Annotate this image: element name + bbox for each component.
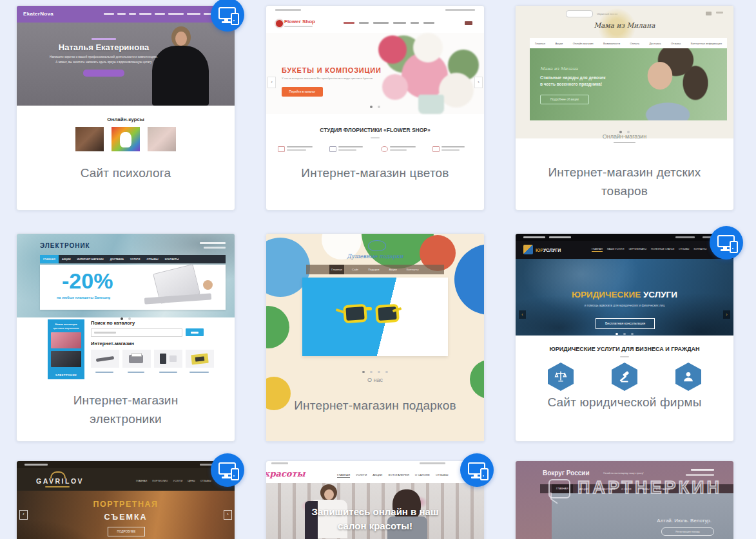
about-title: О нас <box>266 377 484 383</box>
search-input <box>91 328 182 337</box>
side-banner: Новая коллекция цветных наушников ЭЛЕКТР… <box>48 319 84 379</box>
preview-navbar: EkaterNova <box>17 6 235 23</box>
hero-script: Мама из Милана <box>540 66 578 71</box>
preview-logo: ЮРУСЛУГИ <box>536 248 561 252</box>
preview-logo: EkaterNova <box>23 11 53 17</box>
law-logo-icon <box>523 245 533 254</box>
catalog-button: Перейти в каталог <box>282 87 323 97</box>
hero-title: Наталья Екатеринова <box>30 43 178 52</box>
preview-header: ЮРУСЛУГИ ГЛАВНАЯ НАШИ УСЛУГИСЕРТИФИКАТЫП… <box>516 241 733 259</box>
course-thumb-3 <box>148 127 176 151</box>
template-caption: Сайт юридической фирмы <box>516 393 733 411</box>
hero-line-1: Запишитесь онлайн в наш <box>266 506 484 517</box>
search-title: Поиск по каталогу <box>91 320 135 326</box>
feature-item <box>381 145 426 154</box>
responsive-badge <box>211 453 244 487</box>
product-thumb-printer <box>122 350 151 368</box>
slider-dots <box>266 364 484 375</box>
template-caption: Интернет-магазин подарков <box>266 396 484 415</box>
details-button: ПОДРОБНЕЕ <box>108 527 145 536</box>
cart-icon <box>706 12 712 15</box>
preview-logo: ЭЛЕКТРОНИК <box>40 242 90 249</box>
template-card-electronics[interactable]: ЭЛЕКТРОНИК ГЛАВНАЯАКЦИИИНТЕРНЕТ-МАГАЗИНД… <box>16 233 235 442</box>
promo-banner: -20% на любые планшеты Samsung <box>40 265 226 310</box>
feature-item <box>329 145 374 154</box>
feature-item <box>432 145 478 154</box>
template-caption: Интернет-магазин детских товаров <box>534 163 715 200</box>
hero-line-2: в честь весеннего праздника! <box>540 82 602 86</box>
preview-logo: Душевные подарки <box>266 253 484 260</box>
preview-header: GAVRILOV ГЛАВНАЯПОРТФОЛИОУСЛУГИЦЕНЫОТЗЫВ… <box>17 468 235 491</box>
hero-subtitle: и помощь адвоката для юридических и физи… <box>516 304 733 307</box>
template-preview-beauty: красоты ГЛАВНАЯУСЛУГИАКЦИИФОТОГАЛЕРЕЯО С… <box>266 461 484 539</box>
shop-title: Интернет-магазин <box>91 341 134 346</box>
preview-logo: Flower Shop <box>284 19 315 24</box>
hero-line-1: Стильные наряды для девочек <box>540 75 606 80</box>
registration-button: Регистрация похода <box>661 527 714 536</box>
template-card-flowers[interactable]: Flower Shop <box>266 5 485 211</box>
template-card-photographer[interactable]: GAVRILOV ГЛАВНАЯПОРТФОЛИОУСЛУГИЦЕНЫОТЗЫВ… <box>16 460 235 539</box>
template-preview-travel: Вокруг России Узнай по-настоящему нашу с… <box>516 461 733 539</box>
course-thumb-2 <box>111 127 140 151</box>
preview-logo: Мама из Милана <box>516 21 733 29</box>
preview-tagline: Узнай по-настоящему нашу страну! <box>603 472 644 475</box>
service-icon-person <box>675 363 701 391</box>
side-banner-line-2: цветных наушников <box>48 326 84 330</box>
hero-title: БУКЕТЫ И КОМПОЗИЦИИ <box>282 66 382 74</box>
side-banner-line-1: Новая коллекция <box>48 323 84 326</box>
section-title: ЮРИДИЧЕСКИЕ УСЛУГИ ДЛЯ БИЗНЕСА И ГРАЖДАН <box>516 346 733 352</box>
preview-logo: красоты <box>266 469 305 478</box>
product-thumbnails <box>91 350 214 368</box>
feature-item <box>278 145 323 154</box>
section-title: Онлайн-магазин <box>516 133 733 140</box>
hero-title-2: СЪЕМКА <box>17 513 235 522</box>
template-card-travel[interactable]: Вокруг России Узнай по-настоящему нашу с… <box>515 460 734 539</box>
template-caption: Интернет-магазин цветов <box>266 164 484 182</box>
laptop-photo <box>139 267 217 307</box>
template-preview-photographer: GAVRILOV ГЛАВНАЯПОРТФОЛИОУСЛУГИЦЕНЫОТЗЫВ… <box>17 461 235 539</box>
preview-hero: ПОРТРЕТНАЯ СЪЕМКА ПОДРОБНЕЕ ‹ › <box>17 491 235 539</box>
smartphone-icon <box>730 241 738 253</box>
preview-hero: Запишитесь онлайн в наш салон красоты! <box>266 483 484 539</box>
side-banner-logo: ЭЛЕКТРОНИК <box>48 374 84 377</box>
course-thumb-1 <box>75 127 104 151</box>
template-gallery: EkaterNova Наталья Екатеринова <box>0 0 756 539</box>
responsive-badge <box>710 226 743 260</box>
preview-navbar: ГлавнаяАкцииОнлайн-магазинВозможностиОпл… <box>530 38 727 48</box>
preview-navbar: ГЛАВНАЯУСЛУГИАКЦИИФОТОГАЛЕРЕЯО САЛОНЕОТЗ… <box>337 473 481 478</box>
flower-logo-icon <box>275 19 284 28</box>
preview-logo: Вокруг России <box>543 469 590 477</box>
hero-button <box>83 70 124 77</box>
gift-logo-icon <box>368 240 386 251</box>
responsive-badge <box>460 453 494 487</box>
preview-navbar: ГлавнаяСайтПодаркиАкцииКонтакты <box>306 265 444 274</box>
template-card-gifts[interactable]: Душевные подарки ГлавнаяСайтПодаркиАкции… <box>266 233 485 442</box>
template-card-law[interactable]: ЮРУСЛУГИ ГЛАВНАЯ НАШИ УСЛУГИСЕРТИФИКАТЫП… <box>515 233 734 442</box>
hero-title-1: ПОРТРЕТНАЯ <box>17 500 235 509</box>
template-caption: Интернет-магазин электроники <box>48 391 203 428</box>
discount-value: -20% <box>62 270 113 292</box>
features-row <box>278 145 478 154</box>
template-card-kids[interactable]: Обратный звонок Мама из Милана ГлавнаяАк… <box>515 5 734 211</box>
product-thumb-phone <box>154 350 182 368</box>
service-icon-scales <box>548 363 574 391</box>
promo-button: Подробнее об акции <box>540 95 589 104</box>
hero-line-2: салон красоты! <box>266 520 484 531</box>
course-thumbnails <box>17 127 235 151</box>
product-thumb-glasses <box>91 350 119 368</box>
preview-hero: ЮРИДИЧЕСКИЕ УСЛУГИ и помощь адвоката для… <box>516 259 733 336</box>
slider-dots <box>266 99 484 111</box>
preview-hero: Мама из Милана Стильные наряды для девоч… <box>530 48 727 120</box>
preview-hero: Наталья Екатеринова Напишите коротко о в… <box>17 23 235 106</box>
template-caption: Сайт психолога <box>17 164 235 182</box>
template-card-psychologist[interactable]: EkaterNova Наталья Екатеринова <box>16 5 235 211</box>
preview-hero: ЭЛЕКТРОНИК ГЛАВНАЯАКЦИИИНТЕРНЕТ-МАГАЗИНД… <box>17 234 235 317</box>
responsive-badge <box>211 0 244 32</box>
template-card-beauty[interactable]: красоты ГЛАВНАЯУСЛУГИАКЦИИФОТОГАЛЕРЕЯО С… <box>266 460 485 539</box>
preview-hero: БУКЕТЫ И КОМПОЗИЦИИ У нас в интернет-маг… <box>266 33 484 114</box>
preview-topbar <box>17 461 235 468</box>
mountain-photo: Алтай. Июль. Велотур. Регистрация похода <box>552 493 733 539</box>
prev-arrow-icon: ‹ <box>519 310 526 319</box>
hero-subtitle-2: А может, вы захотите написать здесь ярку… <box>30 60 178 64</box>
preview-hero <box>302 278 448 356</box>
